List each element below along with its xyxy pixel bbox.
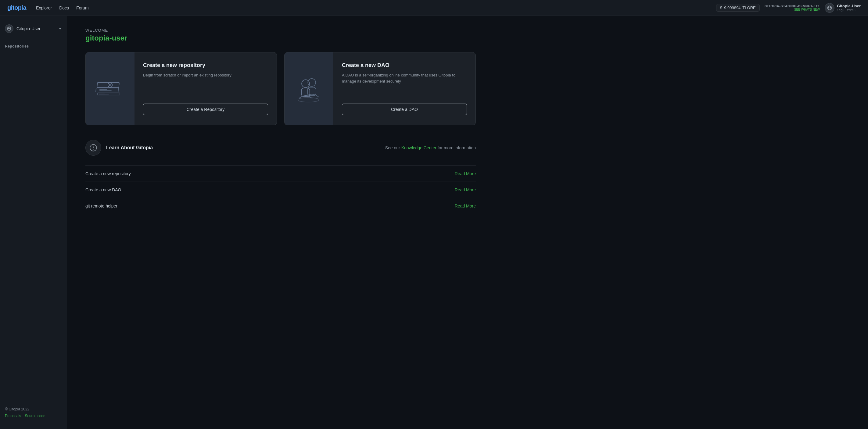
learn-item-2-label: git remote helper [85, 203, 117, 208]
dao-card-desc: A DAO is a self-organizing online commun… [342, 72, 467, 84]
balance-token: TLORE [742, 5, 755, 10]
repo-card: Create a new repository Begin from scrat… [85, 52, 277, 125]
nav-explorer[interactable]: Explorer [36, 5, 52, 10]
proposals-link[interactable]: Proposals [5, 414, 21, 418]
dao-card: Create a new DAO A DAO is a self-organiz… [284, 52, 476, 125]
learn-item-1: Create a new DAO Read More [85, 182, 476, 198]
welcome-label: WELCOME [85, 28, 476, 33]
knowledge-suffix: for more information [436, 145, 476, 150]
nav-forum[interactable]: Forum [76, 5, 88, 10]
learn-icon [85, 140, 101, 156]
balance-badge: $ 9.999894 TLORE [716, 4, 760, 11]
svg-point-8 [109, 84, 111, 86]
user-info: Gitopia-User 1egu...zdm6 [837, 4, 861, 12]
user-name: Gitopia-User [837, 4, 861, 8]
learn-item-0-label: Create a new repository [85, 171, 131, 176]
header-avatar [825, 3, 834, 13]
source-code-link[interactable]: Source code [25, 414, 45, 418]
sidebar-avatar [5, 24, 13, 33]
user-avatar-btn[interactable]: Gitopia-User 1egu...zdm6 [825, 3, 861, 13]
chevron-down-icon: ▼ [58, 27, 62, 31]
main-content: WELCOME gitopia-user [67, 16, 494, 429]
learn-items: Create a new repository Read More Create… [85, 165, 476, 214]
repo-card-content: Create a new repository Begin from scrat… [134, 53, 277, 125]
cards-row: Create a new repository Begin from scrat… [85, 52, 476, 125]
header-nav: Explorer Docs Forum [36, 5, 716, 10]
sidebar-user[interactable]: Gitopia-User ▼ [0, 22, 67, 35]
sidebar-divider [5, 39, 62, 39]
repositories-label: Repositories [0, 43, 67, 51]
balance-symbol: $ [720, 5, 722, 10]
sidebar-links: Proposals Source code [5, 414, 62, 418]
learn-item-1-link[interactable]: Read More [455, 187, 476, 192]
learn-item-0: Create a new repository Read More [85, 166, 476, 182]
create-repository-button[interactable]: Create a Repository [143, 104, 268, 115]
copyright: © Gitopia 2022 [5, 407, 62, 411]
dao-card-title: Create a new DAO [342, 62, 467, 69]
svg-point-20 [93, 149, 93, 149]
dao-illustration [284, 53, 333, 125]
sidebar: Gitopia-User ▼ Repositories © Gitopia 20… [0, 16, 67, 429]
knowledge-center-link[interactable]: Knowledge Center [401, 145, 436, 150]
svg-rect-3 [96, 88, 118, 92]
sidebar-user-name: Gitopia-User [17, 26, 55, 31]
network-badge: GITOPIA-STAGING-DEVNET-JT1 SEE WHATS NEW [765, 4, 820, 11]
learn-item-0-link[interactable]: Read More [455, 171, 476, 176]
repo-illustration [86, 53, 134, 125]
learn-section: Learn About Gitopia See our Knowledge Ce… [85, 140, 476, 214]
create-dao-button[interactable]: Create a DAO [342, 104, 467, 115]
nav-docs[interactable]: Docs [59, 5, 69, 10]
svg-point-7 [108, 83, 113, 88]
learn-item-1-label: Create a new DAO [85, 187, 121, 192]
welcome-username: gitopia-user [85, 34, 476, 42]
header-right: $ 9.999894 TLORE GITOPIA-STAGING-DEVNET-… [716, 3, 861, 13]
repo-card-title: Create a new repository [143, 62, 268, 69]
network-name: GITOPIA-STAGING-DEVNET-JT1 [765, 4, 820, 8]
balance-amount: 9.999894 [724, 5, 741, 10]
repo-card-desc: Begin from scratch or import an existing… [143, 72, 268, 78]
knowledge-prefix: See our [385, 145, 401, 150]
svg-point-15 [302, 80, 310, 88]
dao-card-content: Create a new DAO A DAO is a self-organiz… [333, 53, 475, 125]
logo[interactable]: gitopia [7, 4, 26, 11]
learn-knowledge-text: See our Knowledge Center for more inform… [385, 145, 476, 150]
sidebar-footer: © Gitopia 2022 Proposals Source code [0, 402, 67, 423]
learn-item-2: git remote helper Read More [85, 198, 476, 214]
user-address: 1egu...zdm6 [837, 8, 856, 12]
learn-item-2-link[interactable]: Read More [455, 203, 476, 208]
logo-text: gitopia [7, 4, 26, 11]
learn-header: Learn About Gitopia See our Knowledge Ce… [85, 140, 476, 156]
svg-point-17 [298, 98, 319, 102]
learn-title: Learn About Gitopia [106, 145, 380, 151]
network-see-new[interactable]: SEE WHATS NEW [794, 8, 820, 11]
layout: Gitopia-User ▼ Repositories © Gitopia 20… [0, 16, 868, 429]
header: gitopia Explorer Docs Forum $ 9.999894 T… [0, 0, 868, 16]
